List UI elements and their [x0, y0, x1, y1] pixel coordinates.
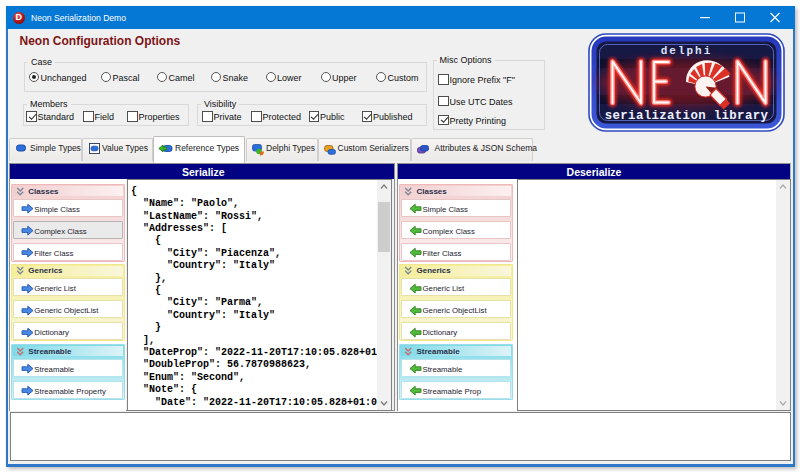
svg-text:delphi: delphi — [661, 45, 713, 57]
svg-text:serialization library: serialization library — [605, 109, 769, 123]
